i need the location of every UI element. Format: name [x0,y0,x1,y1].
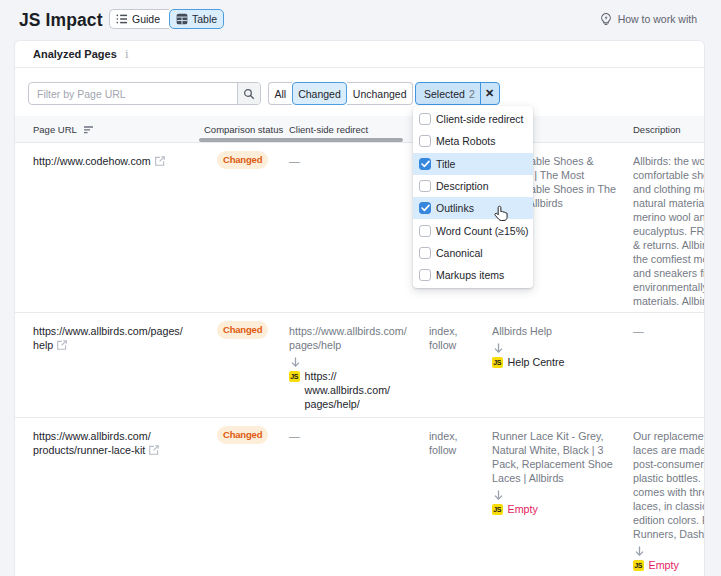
filter-input[interactable] [29,83,237,104]
js-badge: JS [289,371,300,382]
changed-badge: Changed [217,151,268,169]
page-url-link[interactable]: http://www.codehow.com [33,155,151,167]
page-url-cell: https://www.allbirds.com/ products/runne… [33,429,159,457]
column-header-client-side-redirect[interactable]: Client-side redirect [289,124,368,135]
title-old-value: Runner Lace Kit - Grey, Natural White, B… [492,429,613,485]
down-arrow-icon [291,357,300,367]
dropdown-item-canonical[interactable]: Canonical [413,242,533,264]
analyzed-pages-panel: Analyzed Pages i All Changed Unchanged S… [14,40,705,576]
help-link[interactable]: How to work with [599,12,697,26]
checkbox-unchecked[interactable] [419,180,431,192]
dropdown-item-label: Client-side redirect [436,113,524,125]
title-old-value: Allbirds Help [492,324,565,338]
sort-icon [84,126,94,134]
change-arrow-icon [494,342,565,352]
title-new-value: JSEmpty [492,502,613,516]
selected-chip-label: Selected [416,88,469,100]
guide-tab-label: Guide [132,13,160,25]
table-row: https://www.allbirds.com/ products/runne… [15,418,704,576]
redirect-old-value: https://www.allbirds.com/ pages/help [289,324,407,352]
mouse-cursor [494,205,508,222]
status-cell: Changed [217,426,268,444]
checkbox-unchecked[interactable] [419,113,431,125]
panel-title: Analyzed Pages [33,48,117,60]
description-new-value: JSEmpty [633,558,705,572]
page-title: JS Impact [19,10,103,31]
redirect-new-value: JShttps:// www.allbirds.com/ pages/help/ [289,369,407,411]
change-arrow-icon [494,489,613,499]
title-new-value: JSHelp Centre [492,355,565,369]
dropdown-item-label: Description [436,180,489,192]
columns-dropdown: Client-side redirectMeta RobotsTitleDesc… [413,106,533,288]
column-header-page-url[interactable]: Page URL [33,124,94,135]
checkbox-unchecked[interactable] [419,269,431,281]
external-link-icon[interactable] [57,340,67,350]
description-old-value: Our replacement shoe laces are made from… [633,429,705,541]
description-cell: — [633,324,644,338]
js-badge: JS [492,357,503,368]
column-header-description[interactable]: Description [633,124,681,135]
filter-all-button[interactable]: All [268,82,292,105]
toolbar: All Changed Unchanged Selected 2 ✕ [15,68,704,116]
dropdown-item-description[interactable]: Description [413,175,533,197]
guide-tab[interactable]: Guide [109,9,169,29]
dropdown-item-markups-items[interactable]: Markups items [413,264,533,286]
js-badge: JS [633,560,644,571]
dropdown-item-title[interactable]: Title [413,153,533,175]
dropdown-item-label: Markups items [436,269,504,281]
change-arrow-icon [635,545,706,555]
panel-header: Analyzed Pages i [15,41,704,68]
dropdown-item-outlinks[interactable]: Outlinks [413,197,533,219]
page-url-link[interactable]: https://www.allbirds.com/ products/runne… [33,430,151,456]
checkbox-unchecked[interactable] [419,247,431,259]
dropdown-item-label: Outlinks [436,202,474,214]
table-tab-label: Table [192,13,217,25]
info-icon[interactable]: i [125,48,129,61]
dropdown-item-client-side-redirect[interactable]: Client-side redirect [413,108,533,130]
filter-unchanged-button[interactable]: Unchanged [347,82,413,105]
selected-columns-chip[interactable]: Selected 2 ✕ [415,82,500,105]
table-row: https://www.allbirds.com/pages/ help Cha… [15,313,704,418]
chip-close-icon[interactable]: ✕ [481,87,499,100]
changed-badge: Changed [217,321,268,339]
search-icon [243,88,255,100]
table-tab[interactable]: Table [169,9,224,29]
js-badge: JS [492,504,503,515]
selected-chip-count: 2 [469,88,480,100]
description-new-text: Empty [649,558,679,572]
table-row: http://www.codehow.com Changed — Comfort… [15,143,704,313]
column-header-comparison-status[interactable]: Comparison status [204,124,283,135]
meta-robots-cell: index, follow [429,429,458,457]
table-icon [176,13,188,25]
redirect-cell: — [289,154,300,168]
checkbox-checked[interactable] [419,158,431,170]
status-cell: Changed [217,151,268,169]
title-new-text: Help Centre [508,355,565,369]
external-link-icon[interactable] [149,445,159,455]
view-toggle: Guide Table [109,9,224,29]
page-url-cell: http://www.codehow.com [33,154,165,168]
title-cell: Allbirds Help JSHelp Centre [492,324,565,369]
dropdown-item-label: Canonical [436,247,483,259]
filter-box [28,82,261,105]
horizontal-scrollbar[interactable] [199,138,403,142]
lightbulb-icon [599,12,613,26]
redirect-cell: — [289,429,300,443]
dropdown-item-meta-robots[interactable]: Meta Robots [413,130,533,152]
checkbox-checked[interactable] [419,202,431,214]
checkbox-unchecked[interactable] [419,225,431,237]
external-link-icon[interactable] [155,156,165,166]
checkbox-unchecked[interactable] [419,135,431,147]
title-cell: Runner Lace Kit - Grey, Natural White, B… [492,429,613,516]
search-button[interactable] [237,83,260,104]
page-url-cell: https://www.allbirds.com/pages/ help [33,324,183,352]
list-icon [116,13,128,25]
checkmark-icon [421,160,430,168]
top-bar: JS Impact Guide Table How to work with [0,0,721,40]
page-url-link[interactable]: https://www.allbirds.com/pages/ help [33,325,183,351]
title-new-text: Empty [508,502,538,516]
dropdown-item-word-count-15[interactable]: Word Count (≥15%) [413,219,533,241]
filter-changed-button[interactable]: Changed [292,82,348,105]
down-arrow-icon [635,546,644,556]
help-link-label: How to work with [618,13,697,25]
